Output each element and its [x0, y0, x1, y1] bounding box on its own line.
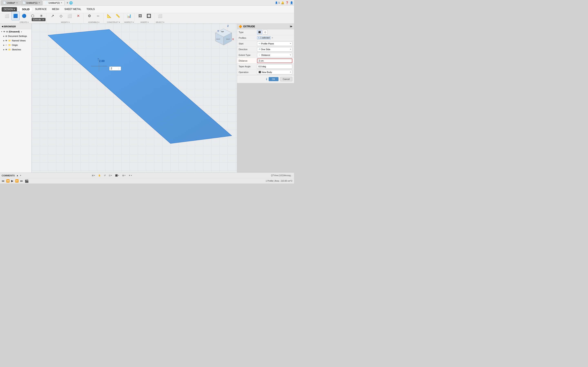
display-mode-btn[interactable]: ⬛ ▾ — [114, 174, 120, 177]
toolbar-motion-btn[interactable]: ↔ — [94, 11, 102, 20]
browser-sketches-triangle[interactable]: ▶ — [3, 49, 4, 50]
browser-doc-triangle[interactable]: ▶ — [3, 35, 4, 37]
panel-start-row: Start ⊣ Profile Plane ▾ — [237, 41, 294, 47]
notify-btn[interactable]: 🔔 — [281, 1, 284, 4]
help-icon-btn[interactable]: ❓ — [285, 1, 289, 4]
canvas-measure-dots[interactable]: ⋮ — [118, 67, 120, 70]
menu-tab-surface[interactable]: SURFACE — [33, 7, 49, 12]
browser-origin-triangle[interactable]: ▶ — [3, 44, 4, 46]
browser-named-eye[interactable]: 👁 — [5, 40, 7, 42]
start-select-arrow: ▾ — [290, 43, 291, 44]
measure-icon: 📊 — [127, 14, 131, 18]
start-select-text: Profile Plane — [261, 42, 274, 45]
help-btn[interactable]: 🌐 — [69, 1, 73, 4]
toolbar-fillet-btn[interactable]: ◇ — [57, 11, 65, 20]
taper-input-field[interactable]: 0.0 deg — [257, 64, 292, 69]
toolbar-canvas-btn[interactable]: 🖼 — [136, 11, 144, 20]
toolbar-insert-group: 🖼 🔲 INSERT ▾ — [135, 13, 154, 24]
pan-btn[interactable]: ✋ — [97, 174, 102, 177]
tab-2-close[interactable]: ✕ — [38, 2, 40, 4]
type-solid-icon: ⬛ — [258, 31, 261, 33]
browser-named-folder: 📁 — [8, 39, 11, 42]
taper-value-text: 0.0 deg — [259, 65, 266, 68]
start-select-field[interactable]: ⊣ Profile Plane ▾ — [257, 42, 292, 46]
profiles-clear-btn[interactable]: ✕ — [272, 37, 273, 39]
menu-tab-tools[interactable]: TOOLS — [84, 7, 97, 12]
browser-namedviews-item[interactable]: ▶ 👁 📁 Named Views — [0, 38, 31, 43]
extrude-tooltip-close[interactable]: ✕ — [42, 18, 44, 21]
comments-expand-btn[interactable]: ▲ — [16, 174, 18, 176]
toolbar-sketch-btn[interactable]: ⬜ — [3, 11, 11, 20]
bottom-bar: COMMENTS ▲ + ⊞ ▾ ✋ ↺ ⊡ ▾ ⬛ ▾ — [0, 173, 294, 184]
menu-tab-sheetmetal[interactable]: SHEET METAL — [62, 7, 84, 12]
nav-cube[interactable]: TOP RIGHT FRONT X — [214, 28, 233, 46]
toolbar-select-btn[interactable]: ⬜ — [156, 11, 164, 20]
toolbar-joint-btn[interactable]: ⚙ — [85, 11, 94, 20]
panel-info-icon[interactable]: ℹ — [266, 77, 267, 81]
user-count-btn[interactable]: 👤 1 — [275, 1, 280, 4]
profile-btn[interactable]: 👤 — [290, 1, 293, 4]
extenttype-select-field[interactable]: ↔ Distance ▾ — [257, 53, 292, 57]
animation-icon[interactable]: 🎬 — [25, 179, 29, 183]
play-play-btn[interactable]: ▶ — [11, 179, 13, 183]
browser-sketches-eye[interactable]: 👁 — [5, 49, 7, 51]
play-next-btn[interactable]: ⏩ — [15, 179, 18, 183]
type-solid-btn[interactable]: ⬛ — [257, 30, 262, 34]
create-group-label: CREATE ▾ — [20, 21, 28, 23]
canvas-measure-input[interactable] — [111, 67, 117, 70]
distance-input-field[interactable]: 2 cm — [257, 58, 292, 63]
browser-doc-gear[interactable]: ⚙ — [5, 35, 7, 37]
play-end-btn[interactable]: ⏭ — [20, 179, 23, 183]
browser-root-item[interactable]: ▼ 👁 ⚙ (Unsaved) ● — [0, 29, 31, 34]
tab-1[interactable]: 📄 Untitled* ✕ — [1, 0, 20, 5]
browser-root-dot[interactable]: ● — [21, 31, 22, 33]
grid-btn[interactable]: ⊞ ▾ — [121, 174, 127, 177]
panel-direction-label: Direction — [239, 48, 257, 50]
browser-named-triangle[interactable]: ▶ — [3, 40, 4, 42]
browser-sketches-item[interactable]: ▶ 👁 📁 Sketches — [0, 47, 31, 52]
browser-root-triangle[interactable]: ▼ — [1, 31, 2, 33]
new-tab-btn[interactable]: + — [67, 1, 68, 5]
cancel-button[interactable]: Cancel — [280, 77, 292, 81]
direction-select-icon: ↗ — [259, 48, 260, 50]
design-menu-btn[interactable]: DESIGN ▾ — [2, 7, 17, 12]
toolbar-move-btn[interactable]: ↗ — [48, 11, 57, 20]
tab-3-close[interactable]: ✕ — [61, 2, 62, 4]
toolbar-delete-btn[interactable]: ✕ — [74, 11, 82, 20]
browser-root-eye[interactable]: 👁 — [3, 31, 5, 33]
browser-root-gear[interactable]: ⚙ — [6, 31, 8, 33]
snap-btn[interactable]: ⊞ ▾ — [91, 174, 96, 177]
toolbar-assemble-group: ⚙ ↔ ASSEMBLE ▾ — [84, 13, 104, 24]
toolbar-measure-btn[interactable]: 📊 — [125, 11, 133, 20]
orbit-btn[interactable]: ↺ — [103, 174, 107, 177]
type-surface-btn[interactable]: ◻ — [263, 30, 268, 34]
toolbar-revolve-btn[interactable]: 🔵 — [20, 11, 28, 20]
menu-tab-mesh[interactable]: MESH — [50, 7, 62, 12]
canvas-area[interactable]: ↑ 2.00 ⋮ TOP RIGHT FRONT X Y Z — [32, 24, 237, 173]
toolbar-shell-btn[interactable]: ⬜ — [66, 11, 74, 20]
toolbar-plane-btn[interactable]: 📐 — [105, 11, 113, 20]
browser-origin-eye[interactable]: 👁 — [5, 44, 7, 46]
play-prev-btn[interactable]: ⏪ — [6, 179, 9, 183]
ok-button[interactable]: OK — [269, 77, 278, 81]
comments-add-btn[interactable]: + — [20, 174, 21, 176]
tab-1-close[interactable]: ✕ — [16, 2, 18, 4]
browser-origin-item[interactable]: ▶ 👁 📁 Origin — [0, 43, 31, 47]
operation-select-field[interactable]: ⬛ New Body ▾ — [257, 70, 292, 75]
nav-cube-svg: TOP RIGHT FRONT — [214, 28, 233, 46]
play-start-btn[interactable]: ⏮ — [2, 179, 4, 183]
tab-3[interactable]: 📄 Untitled*(2) ✕ — [43, 0, 65, 5]
toolbar-decal-btn[interactable]: 🔲 — [145, 11, 153, 20]
toolbar-extrude-btn[interactable]: 🟦 — [11, 11, 20, 20]
direction-select-field[interactable]: ↗ One Side ▾ — [257, 47, 292, 52]
title-bar: 📄 Untitled* ✕ 📄 Untitled*(1) ✕ 📄 Untitle… — [0, 0, 294, 6]
tab-2[interactable]: 📄 Untitled*(1) ✕ — [20, 0, 42, 5]
panel-collapse-btn[interactable]: ≫ — [290, 25, 292, 28]
browser-docsettings-item[interactable]: ▶ ⚙ Document Settings — [0, 34, 31, 38]
panel-start-label: Start — [239, 42, 257, 45]
browser-expand-icon[interactable]: ◀ — [2, 25, 3, 27]
toolbar-axis-btn[interactable]: 📏 — [114, 11, 122, 20]
menu-tab-solid[interactable]: SOLID — [19, 7, 32, 12]
env-btn[interactable]: ☀ ▾ — [127, 174, 133, 177]
zoom-fit-btn[interactable]: ⊡ ▾ — [108, 174, 113, 177]
